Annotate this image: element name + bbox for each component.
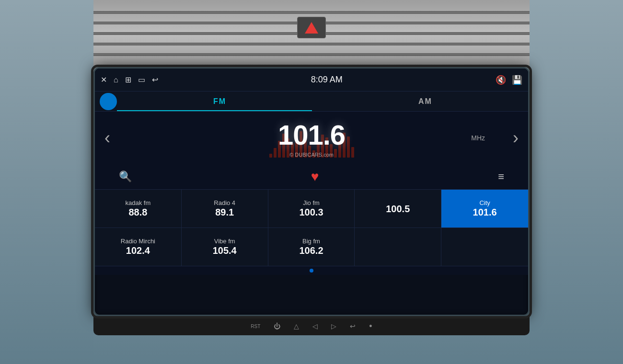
menu-icon[interactable]: ≡ — [498, 171, 504, 183]
preset-cell[interactable]: Big fm106.2 — [268, 228, 355, 266]
physical-buttons: RST ⏻ △ ◁ ▷ ↩ • — [93, 317, 530, 335]
page-indicator — [95, 266, 528, 275]
presets-grid: kadak fm88.8Radio 489.1Jio fm100.3100.5C… — [95, 189, 528, 266]
watermark: © DUBICARS.com — [289, 152, 334, 158]
back-icon[interactable]: ↩ — [152, 75, 158, 84]
frequency-unit: MHz — [471, 134, 485, 142]
tab-am[interactable]: AM — [323, 97, 528, 106]
preset-name: Vibe fm — [214, 238, 235, 245]
preset-name: City — [479, 199, 490, 207]
screen-icon[interactable]: ▭ — [138, 75, 145, 84]
preset-cell[interactable]: 100.5 — [355, 190, 441, 228]
preset-cell[interactable]: Jio fm100.3 — [268, 190, 355, 228]
dashboard-right — [530, 0, 623, 364]
vol-down-icon: ◁ — [312, 322, 318, 330]
preset-cell[interactable]: kadak fm88.8 — [95, 190, 182, 228]
preset-cell[interactable]: Radio Mirchi102.4 — [95, 228, 182, 266]
top-bar-right: 🔇 💾 — [496, 75, 522, 85]
vent-slat — [38, 11, 585, 14]
vol-up-button[interactable]: ▷ — [331, 322, 336, 330]
tab-fm[interactable]: FM — [117, 97, 323, 106]
preset-frequency: 101.6 — [473, 206, 497, 218]
eq-bar — [347, 136, 350, 158]
preset-cell[interactable]: Radio 489.1 — [182, 190, 268, 228]
tab-underline — [117, 110, 312, 111]
page-dot — [310, 269, 313, 273]
preset-name: Jio fm — [303, 199, 320, 207]
apps-icon[interactable]: ⊞ — [125, 75, 131, 84]
back-phys-icon: ↩ — [350, 322, 356, 330]
preset-cell[interactable]: Vibe fm105.4 — [182, 228, 268, 266]
home-phys-button[interactable]: △ — [294, 322, 299, 330]
vol-down-button[interactable]: ◁ — [312, 322, 318, 330]
preset-frequency: 89.1 — [215, 206, 234, 218]
preset-frequency: 100.5 — [386, 203, 410, 215]
infotainment-screen: ✕ ⌂ ⊞ ▭ ↩ 8:09 AM 🔇 💾 FM AM ‹ 101.6 — [93, 67, 530, 316]
preset-name: Radio 4 — [214, 199, 235, 207]
preset-frequency: 100.3 — [299, 206, 323, 218]
preset-frequency: 106.2 — [299, 245, 323, 256]
preset-name: Radio Mirchi — [121, 238, 155, 245]
preset-name: kadak fm — [126, 199, 151, 207]
vol-up-icon: ▷ — [331, 322, 336, 330]
rst-button[interactable]: RST — [251, 324, 260, 329]
power-icon: ⏻ — [274, 322, 280, 330]
vent-slat — [38, 53, 585, 56]
preset-name: Big fm — [302, 238, 320, 245]
hazard-triangle-icon — [305, 22, 318, 34]
home-icon[interactable]: ⌂ — [114, 76, 118, 84]
storage-icon[interactable]: 💾 — [512, 75, 522, 85]
prev-station-button[interactable]: ‹ — [104, 129, 110, 147]
preset-cell[interactable] — [441, 228, 528, 266]
preset-frequency: 105.4 — [213, 245, 237, 256]
hazard-button[interactable] — [297, 17, 326, 38]
close-icon[interactable]: ✕ — [101, 75, 107, 84]
dot-icon: • — [369, 321, 372, 331]
frequency-center: 101.6 © DUBICARS.com — [110, 119, 513, 158]
eq-bar — [274, 148, 277, 158]
volume-mute-icon[interactable]: 🔇 — [496, 75, 506, 85]
rst-label: RST — [251, 324, 260, 329]
eq-bar — [269, 154, 272, 158]
preset-frequency: 102.4 — [126, 245, 150, 256]
fm-indicator-dot — [100, 93, 117, 110]
vent-slat — [38, 43, 585, 46]
frequency-number: 101.6 — [278, 119, 345, 151]
power-button[interactable]: ⏻ — [274, 322, 280, 330]
preset-cell[interactable]: City101.6 — [441, 190, 528, 228]
frequency-display: ‹ 101.6 © DUBICARS.com MHz › — [95, 112, 528, 164]
tab-bar: FM AM — [95, 91, 528, 112]
preset-frequency: 88.8 — [128, 206, 147, 218]
home-phys-icon: △ — [294, 322, 299, 330]
preset-cell[interactable] — [355, 228, 441, 266]
controls-row: 🔍 ♥ ≡ — [95, 164, 528, 189]
back-phys-button[interactable]: ↩ — [350, 322, 356, 330]
favorite-heart-icon[interactable]: ♥ — [311, 169, 319, 184]
next-station-button[interactable]: › — [513, 129, 519, 147]
dashboard-left — [0, 0, 93, 364]
top-bar: ✕ ⌂ ⊞ ▭ ↩ 8:09 AM 🔇 💾 — [95, 68, 528, 91]
clock: 8:09 AM — [165, 75, 489, 85]
search-icon[interactable]: 🔍 — [119, 171, 132, 183]
eq-bar — [351, 147, 354, 158]
nav-dot: • — [369, 321, 372, 331]
